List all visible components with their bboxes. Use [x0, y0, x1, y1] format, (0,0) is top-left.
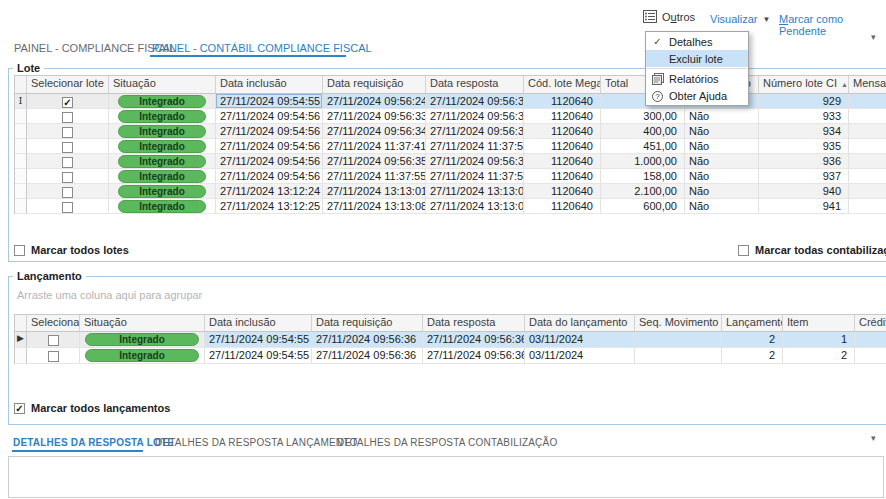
grid-cell-resp: 27/11/2024 09:56:34	[426, 109, 524, 124]
outros-icon	[643, 10, 657, 23]
marcar-todas-contabilizacoes-checkbox[interactable]	[738, 245, 749, 256]
column-header-inc[interactable]: Data inclusão	[216, 76, 323, 94]
lote-group-title: Lote	[13, 62, 44, 74]
grid-cell-num: 934	[759, 124, 849, 139]
column-header-resp[interactable]: Data resposta	[423, 315, 525, 332]
status-badge: Integrado	[118, 110, 206, 123]
grid-cell-cod: 1120640	[524, 109, 601, 124]
select-row-checkbox[interactable]	[62, 157, 73, 168]
column-header-indicator[interactable]	[15, 315, 27, 332]
table-row[interactable]: Integrado27/11/2024 09:54:5627/11/2024 1…	[15, 139, 886, 154]
table-row[interactable]: I✓Integrado27/11/2024 09:54:5527/11/2024…	[15, 94, 886, 109]
column-header-dlan[interactable]: Data do lançamento	[525, 315, 635, 332]
select-row-checkbox[interactable]	[62, 187, 73, 198]
select-row-checkbox[interactable]	[48, 335, 59, 346]
grid-cell-sel	[27, 199, 109, 214]
column-header-lanc[interactable]: Lançamento	[722, 315, 783, 332]
menu-item-label: Obter Ajuda	[669, 90, 727, 102]
marcar-todos-lotes-checkbox[interactable]	[14, 245, 25, 256]
select-row-checkbox[interactable]	[62, 142, 73, 153]
column-header-sit[interactable]: Situação	[80, 315, 205, 332]
marcar-como-pendente-link[interactable]: Marcar como Pendente	[779, 13, 886, 37]
marcar-todos-lancamentos-label: Marcar todos lançamentos	[31, 402, 170, 414]
outros-button[interactable]: Outros	[643, 10, 695, 23]
table-row[interactable]: Integrado27/11/2024 13:12:2527/11/2024 1…	[15, 199, 886, 214]
menu-separator	[647, 68, 747, 69]
menu-item-label: Relatórios	[669, 73, 719, 85]
column-header-indicator[interactable]	[15, 76, 27, 94]
menu-item-excluir-lote[interactable]: Excluir lote	[646, 50, 748, 67]
grid-cell-seq	[635, 348, 722, 364]
select-row-checkbox[interactable]	[48, 351, 59, 362]
column-header-resp[interactable]: Data resposta	[426, 76, 524, 94]
collapse-bottom-arrow-icon[interactable]: ▾	[871, 433, 876, 443]
tab-detalhes-resposta-lote[interactable]: DETALHES DA RESPOSTA LOTE	[13, 437, 174, 448]
grid-cell-total: 600,00	[601, 199, 685, 214]
grid-cell-req: 27/11/2024 13:13:08	[323, 199, 426, 214]
column-header-sel[interactable]: Selecionar	[27, 315, 80, 332]
grid-cell-req: 27/11/2024 13:13:01	[323, 184, 426, 199]
column-header-req[interactable]: Data requisição	[323, 76, 426, 94]
table-row[interactable]: Integrado27/11/2024 09:54:5627/11/2024 0…	[15, 109, 886, 124]
grid-cell-total: 158,00	[601, 169, 685, 184]
grid-cell-sit: Integrado	[109, 199, 216, 214]
status-badge: Integrado	[85, 349, 199, 362]
table-row[interactable]: ▶Integrado27/11/2024 09:54:5527/11/2024 …	[15, 332, 886, 348]
column-header-label: Situação	[84, 316, 127, 328]
column-header-sit[interactable]: Situação	[109, 76, 216, 94]
column-header-item[interactable]: Item	[783, 315, 855, 332]
column-header-label: Data requisição	[316, 316, 392, 328]
column-header-label: Cód. lote Mega	[528, 77, 601, 89]
active-detail-tab-underline	[12, 450, 143, 452]
grid-cell-msg	[849, 94, 886, 109]
column-header-cred[interactable]: Crédito	[855, 315, 886, 332]
grid-cell-contab: Não	[685, 154, 759, 169]
tab-painel-contabil-compliance-fiscal[interactable]: PAINEL - CONTÁBIL COMPLIANCE FISCAL	[152, 42, 372, 54]
report-icon	[646, 73, 669, 85]
column-header-label: Lançamento	[726, 316, 783, 328]
select-row-checkbox[interactable]	[62, 202, 73, 213]
column-header-msg[interactable]: Mensagem	[849, 76, 886, 94]
table-row[interactable]: Integrado27/11/2024 09:54:5627/11/2024 1…	[15, 169, 886, 184]
grid-cell-contab: Não	[685, 184, 759, 199]
column-header-sel[interactable]: Selecionar lote	[27, 76, 109, 94]
menu-item-obter-ajuda[interactable]: ?Obter Ajuda	[646, 87, 748, 104]
grid-cell-sit: Integrado	[109, 169, 216, 184]
column-header-cod[interactable]: Cód. lote Mega	[524, 76, 601, 94]
select-row-checkbox[interactable]	[62, 127, 73, 138]
table-row[interactable]: Integrado27/11/2024 09:54:5527/11/2024 0…	[15, 348, 886, 364]
column-header-req[interactable]: Data requisição	[312, 315, 423, 332]
active-tab-underline	[150, 55, 346, 57]
table-row[interactable]: Integrado27/11/2024 13:12:2427/11/2024 1…	[15, 184, 886, 199]
grid-cell-req: 27/11/2024 09:56:35	[323, 154, 426, 169]
grid-cell-lanc: 2	[722, 348, 783, 364]
grid-cell-contab: Não	[685, 139, 759, 154]
status-badge: Integrado	[118, 170, 206, 183]
group-by-hint[interactable]: Arraste uma coluna aqui para agrupar	[17, 289, 202, 301]
table-row[interactable]: Integrado27/11/2024 09:54:5627/11/2024 0…	[15, 124, 886, 139]
grid-header-row: SelecionarSituaçãoData inclusãoData requ…	[15, 315, 886, 332]
column-header-seq[interactable]: Seq. Movimento	[635, 315, 722, 332]
visualizar-dropdown[interactable]: Visualizar ▼	[710, 13, 770, 25]
menu-item-relat-rios[interactable]: Relatórios	[646, 70, 748, 87]
select-row-checkbox[interactable]: ✓	[62, 97, 73, 108]
select-row-checkbox[interactable]	[62, 172, 73, 183]
grid-cell-msg	[849, 169, 886, 184]
collapse-top-arrow-icon[interactable]: ▾	[871, 32, 876, 42]
marcar-todos-lancamentos-checkbox[interactable]: ✓	[14, 403, 25, 414]
grid-cell-total: 451,00	[601, 139, 685, 154]
table-row[interactable]: Integrado27/11/2024 09:54:5627/11/2024 0…	[15, 154, 886, 169]
tab-detalhes-resposta-contabilizacao[interactable]: DETALHES DA RESPOSTA CONTABILIZAÇÃO	[337, 437, 557, 448]
grid-cell-req: 27/11/2024 11:37:41	[323, 139, 426, 154]
column-header-inc[interactable]: Data inclusão	[205, 315, 312, 332]
menu-item-detalhes[interactable]: ✓Detalhes	[646, 33, 748, 50]
tab-detalhes-resposta-lancamento[interactable]: DETALHES DA RESPOSTA LANÇAMENTO	[155, 437, 357, 448]
grid-cell-seq	[635, 332, 722, 348]
grid-cell-contab: Não	[685, 109, 759, 124]
select-row-checkbox[interactable]	[62, 112, 73, 123]
column-header-num[interactable]: Número lote CI▲	[759, 76, 849, 94]
grid-cell-sit: Integrado	[109, 139, 216, 154]
row-indicator-icon	[15, 109, 27, 124]
grid-cell-num: 935	[759, 139, 849, 154]
grid-cell-cod: 1120640	[524, 94, 601, 109]
